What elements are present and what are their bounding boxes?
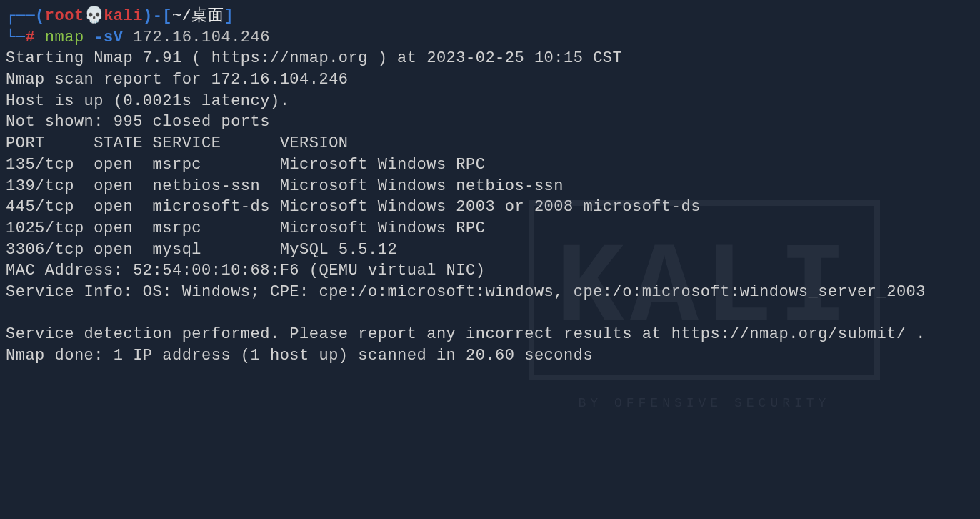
output-detection: Service detection performed. Please repo… — [6, 324, 974, 345]
output-not-shown: Not shown: 995 closed ports — [6, 112, 974, 133]
output-service-info: Service Info: OS: Windows; CPE: cpe:/o:m… — [6, 282, 974, 303]
watermark-sub-text: BY OFFENSIVE SECURITY — [529, 395, 880, 412]
command-name: nmap — [45, 29, 84, 46]
output-port-row: 1025/tcp open msrpc Microsoft Windows RP… — [6, 218, 974, 239]
output-table-header: PORT STATE SERVICE VERSION — [6, 133, 974, 154]
output-mac: MAC Address: 52:54:00:10:68:F6 (QEMU vir… — [6, 260, 974, 282]
output-report: Nmap scan report for 172.16.104.246 — [6, 69, 974, 91]
prompt-path: ~/桌面 — [172, 7, 224, 25]
skull-icon: 💀 — [84, 7, 104, 25]
prompt-host: kali — [104, 7, 143, 25]
output-blank — [6, 303, 974, 325]
prompt-line-2[interactable]: └─# nmap -sV 172.16.104.246 — [6, 27, 974, 49]
output-port-row: 135/tcp open msrpc Microsoft Windows RPC — [6, 154, 974, 176]
command-args: -sV — [94, 29, 123, 46]
output-port-row: 139/tcp open netbios-ssn Microsoft Windo… — [6, 176, 974, 197]
output-starting: Starting Nmap 7.91 ( https://nmap.org ) … — [6, 48, 974, 69]
prompt-symbol: # — [25, 29, 35, 46]
prompt-line-1: ┌──(root💀kali)-[~/桌面] — [6, 6, 974, 27]
output-port-row: 3306/tcp open mysql MySQL 5.5.12 — [6, 239, 974, 261]
output-port-row: 445/tcp open microsoft-ds Microsoft Wind… — [6, 197, 974, 218]
output-host-up: Host is up (0.0021s latency). — [6, 91, 974, 112]
output-done: Nmap done: 1 IP address (1 host up) scan… — [6, 345, 974, 367]
prompt-user: root — [45, 7, 84, 25]
command-target: 172.16.104.246 — [133, 29, 270, 46]
